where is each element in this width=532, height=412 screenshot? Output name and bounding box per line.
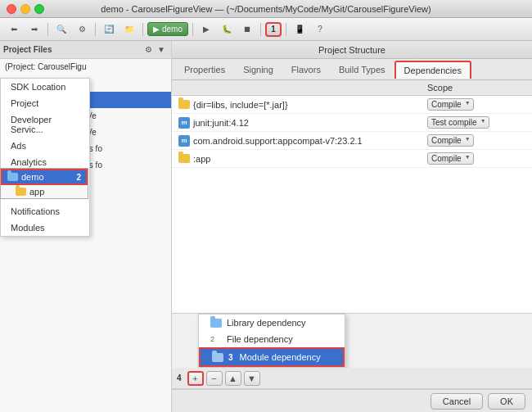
sdk-item-modules[interactable]: Modules — [1, 220, 89, 236]
move-down-btn[interactable]: ▼ — [244, 371, 260, 386]
tab-dependencies[interactable]: Dependencies — [394, 61, 471, 79]
title-bar: demo - CarouselFigureView — (~/Documents… — [0, 0, 532, 18]
toolbar-sep-3 — [142, 23, 143, 36]
sdk-item-ads[interactable]: Ads — [1, 138, 89, 154]
module-tree: demo 2 app — [0, 168, 88, 199]
scope-dropdown-1[interactable]: Compile — [427, 98, 474, 111]
file-panel-settings-icon[interactable]: ⚙ — [142, 43, 155, 57]
toolbar-debug-btn[interactable]: 🐛 — [218, 21, 236, 38]
sdk-menu: SDK Location Project Developer Servic...… — [0, 78, 90, 237]
toolbar-sep-4 — [192, 23, 193, 36]
toolbar-settings-btn[interactable]: ⚙ — [73, 21, 91, 38]
scope-dropdown-4[interactable]: Compile — [427, 152, 474, 165]
folder-icon-1 — [178, 100, 190, 109]
scope-dropdown-3[interactable]: Compile — [427, 134, 474, 147]
dep-name-4: :app — [178, 154, 427, 164]
library-icon — [210, 319, 222, 328]
file-dep-label: File dependency — [227, 334, 293, 344]
dep-name-2: m junit:junit:4.12 — [178, 117, 427, 129]
bottom-panel: Library dependency 2 File dependency 3 M… — [172, 313, 532, 412]
main-area: Project Files ⚙ ▼ (Project: CarouselFigu… — [0, 41, 532, 412]
dropdown-module-dep[interactable]: 3 Module dependency — [199, 347, 345, 367]
dep-row-2[interactable]: m junit:junit:4.12 Test compile — [172, 114, 532, 132]
dropdown-library-dep[interactable]: Library dependency — [199, 315, 345, 331]
library-dep-label: Library dependency — [227, 318, 306, 328]
dep-scope-3: Compile — [427, 134, 525, 147]
folder-icon-4 — [178, 154, 190, 163]
demo-label: demo — [21, 172, 44, 182]
tab-flavors[interactable]: Flavors — [282, 61, 330, 79]
window-title: demo - CarouselFigureView — (~/Documents… — [101, 4, 431, 14]
close-button[interactable] — [7, 4, 16, 14]
dep-name-1: {dir=libs, include=[*.jar]} — [178, 100, 427, 110]
dep-scope-2: Test compile — [427, 116, 525, 129]
sdk-item-location[interactable]: SDK Location — [1, 79, 89, 95]
scope-dropdown-2[interactable]: Test compile — [427, 116, 489, 129]
dep-scope-1: Compile — [427, 98, 525, 111]
cancel-button[interactable]: Cancel — [431, 393, 483, 410]
dropdown-file-dep[interactable]: 2 File dependency — [199, 331, 345, 347]
tabs-row: Properties Signing Flavors Build Types D… — [172, 59, 532, 80]
sdk-item-notifications[interactable]: Notifications — [1, 203, 89, 220]
module-dep-label: Module dependency — [240, 352, 321, 362]
demo-label: demo — [162, 25, 183, 34]
dep-row-3[interactable]: m com.android.support:appcompat-v7:23.2.… — [172, 132, 532, 150]
toolbar-number-1[interactable]: 1 — [265, 22, 282, 37]
project-structure-panel: Project Structure Properties Signing Fla… — [172, 41, 532, 412]
toolbar-sep-6 — [286, 23, 286, 36]
toolbar-sep-5 — [260, 23, 261, 36]
toolbar-forward-btn[interactable]: ➡ — [25, 21, 43, 38]
file-panel-header: Project Files ⚙ ▼ — [0, 41, 171, 59]
file-panel-label: Project Files — [3, 45, 142, 54]
demo-module-item[interactable]: demo 2 — [1, 169, 88, 185]
file-panel-expand-icon[interactable]: ▼ — [155, 43, 168, 57]
file-dep-number: 2 — [210, 335, 222, 343]
tab-build-types[interactable]: Build Types — [330, 61, 394, 79]
ok-button[interactable]: OK — [488, 393, 525, 410]
toolbar-gradle-btn[interactable]: 📁 — [120, 21, 138, 38]
tab-signing[interactable]: Signing — [234, 61, 282, 79]
app-label: app — [29, 187, 44, 197]
toolbar-run-btn[interactable]: ▶ — [197, 21, 215, 38]
dialog-buttons: Cancel OK — [172, 389, 532, 412]
demo-number-badge: 2 — [76, 173, 81, 182]
dep-dropdown-menu: Library dependency 2 File dependency 3 M… — [198, 314, 345, 368]
dependencies-table: Scope {dir=libs, include=[*.jar]} Compil… — [172, 80, 532, 313]
dep-row-4[interactable]: :app Compile — [172, 150, 532, 168]
folder-icon-app — [16, 188, 26, 196]
sdk-item-project[interactable]: Project — [1, 95, 89, 111]
dep-name-3: m com.android.support:appcompat-v7:23.2.… — [178, 135, 427, 147]
toolbar-sep-1 — [47, 23, 48, 36]
tab-properties[interactable]: Properties — [175, 61, 234, 79]
dep-table-header: Scope — [172, 80, 532, 96]
sdk-item-developer[interactable]: Developer Servic... — [1, 111, 89, 138]
dep-scope-4: Compile — [427, 152, 525, 165]
toolbar-help-btn[interactable]: ? — [311, 21, 329, 38]
dep-col-name — [178, 83, 427, 93]
minimize-button[interactable] — [20, 4, 30, 14]
demo-icon: ▶ — [153, 25, 160, 34]
run-demo-btn[interactable]: ▶ demo — [147, 22, 188, 36]
module-icon — [212, 353, 223, 362]
left-file-panel: Project Files ⚙ ▼ (Project: CarouselFigu… — [0, 41, 172, 412]
toolbar-search-btn[interactable]: 🔍 — [52, 21, 70, 38]
module-number-badge: 3 — [228, 353, 233, 362]
m-icon-2: m — [178, 117, 190, 129]
maximize-button[interactable] — [34, 4, 44, 14]
file-item-project1[interactable]: (Project: CarouselFigu — [0, 59, 171, 75]
toolbar-stop-btn[interactable]: ⏹ — [238, 21, 256, 38]
add-dependency-btn[interactable]: + — [187, 371, 204, 386]
bottom-number-badge: 4 — [177, 374, 182, 383]
dep-row-1[interactable]: {dir=libs, include=[*.jar]} Compile — [172, 96, 532, 114]
bottom-toolbar: 4 + − ▲ ▼ — [172, 368, 532, 389]
remove-dependency-btn[interactable]: − — [206, 371, 223, 386]
move-up-btn[interactable]: ▲ — [225, 371, 241, 386]
toolbar-android-btn[interactable]: 📱 — [291, 21, 309, 38]
project-structure-title: Project Structure — [172, 41, 532, 59]
app-module-item[interactable]: app — [1, 185, 88, 198]
toolbar-sync-btn[interactable]: 🔄 — [100, 21, 118, 38]
toolbar: ⬅ ➡ 🔍 ⚙ 🔄 📁 ▶ demo ▶ 🐛 ⏹ 1 📱 ? — [0, 18, 532, 41]
toolbar-back-btn[interactable]: ⬅ — [5, 21, 23, 38]
traffic-lights — [7, 4, 44, 14]
dep-col-scope: Scope — [427, 83, 525, 93]
